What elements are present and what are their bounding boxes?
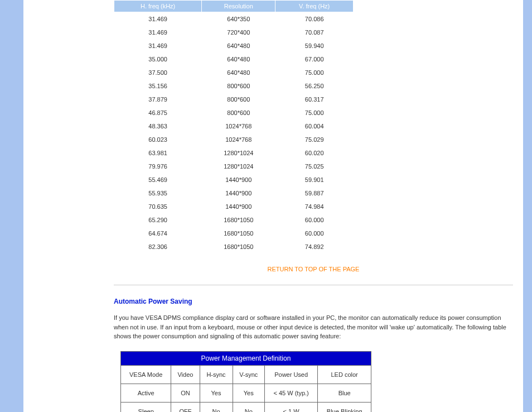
cell: 60.004	[275, 119, 354, 133]
table-row: 82.3061680*105074.892	[114, 240, 354, 253]
col-hsync: H-sync	[200, 365, 233, 384]
cell: 55.935	[114, 186, 202, 200]
table-row: 37.879800*60060.317	[114, 93, 354, 106]
frequency-table: H. freq (kHz) Resolution V. freq (Hz) 31…	[114, 0, 354, 253]
main-content: H. freq (kHz) Resolution V. freq (Hz) 31…	[30, 0, 523, 412]
cell: 67.000	[275, 52, 354, 66]
divider	[114, 285, 513, 285]
right-bar	[523, 0, 532, 412]
table-row: 31.469640*48059.940	[114, 39, 354, 52]
cell: 60.023	[114, 133, 202, 146]
cell: 60.020	[275, 146, 354, 160]
table-row: 65.2901680*105060.000	[114, 213, 354, 227]
cell: 800*600	[202, 79, 275, 93]
table-row: 37.500640*48075.000	[114, 66, 354, 79]
cell: 640*480	[202, 39, 275, 52]
cell: 59.887	[275, 186, 354, 200]
left-gap	[23, 0, 30, 412]
cell: < 1 W	[264, 402, 317, 412]
cell: 1280*1024	[202, 160, 275, 173]
cell: 640*480	[202, 66, 275, 79]
col-hfreq: H. freq (kHz)	[114, 1, 202, 12]
cell: Yes	[233, 384, 264, 402]
table-row: 79.9761280*102475.025	[114, 160, 354, 173]
table-row: 55.4691440*90059.901	[114, 173, 354, 186]
cell: 59.901	[275, 173, 354, 186]
col-vsync: V-sync	[233, 365, 264, 384]
power-title: Power Management Definition	[121, 351, 371, 365]
cell: 82.306	[114, 240, 202, 253]
cell: 1440*900	[202, 200, 275, 213]
table-row: 31.469720*40070.087	[114, 26, 354, 39]
section-body-aps: If you have VESA DPMS compliance display…	[114, 313, 513, 341]
cell: 640*350	[202, 12, 275, 26]
cell: 75.000	[275, 106, 354, 119]
cell: 1680*1050	[202, 213, 275, 227]
cell: 59.940	[275, 39, 354, 52]
cell: 60.000	[275, 213, 354, 227]
cell: < 45 W (typ.)	[264, 384, 317, 402]
cell: 79.976	[114, 160, 202, 173]
cell: 65.290	[114, 213, 202, 227]
cell: 1280*1024	[202, 146, 275, 160]
col-resolution: Resolution	[202, 1, 275, 12]
page-container: H. freq (kHz) Resolution V. freq (Hz) 31…	[0, 0, 532, 412]
return-top-link[interactable]: RETURN TO TOP OF THE PAGE	[114, 266, 513, 272]
cell: 48.363	[114, 119, 202, 133]
table-row: 31.469640*35070.086	[114, 12, 354, 26]
cell: 1440*900	[202, 173, 275, 186]
cell: 31.469	[114, 12, 202, 26]
cell: Blue Blinking	[318, 402, 371, 412]
cell: 56.250	[275, 79, 354, 93]
cell: Active	[121, 384, 171, 402]
cell: 70.086	[275, 12, 354, 26]
cell: 70.635	[114, 200, 202, 213]
cell: 63.981	[114, 146, 202, 160]
col-power: Power Used	[264, 365, 317, 384]
cell: 1024*768	[202, 133, 275, 146]
cell: 720*400	[202, 26, 275, 39]
cell: 640*480	[202, 52, 275, 66]
cell: 1440*900	[202, 186, 275, 200]
cell: 1680*1050	[202, 227, 275, 240]
cell: 55.469	[114, 173, 202, 186]
cell: 75.025	[275, 160, 354, 173]
cell: 46.875	[114, 106, 202, 119]
cell: 75.000	[275, 66, 354, 79]
cell: 35.000	[114, 52, 202, 66]
cell: 31.469	[114, 26, 202, 39]
power-table: Power Management Definition VESA Mode Vi…	[120, 351, 371, 413]
table-row: 63.9811280*102460.020	[114, 146, 354, 160]
table-row: 70.6351440*90074.984	[114, 200, 354, 213]
cell: Blue	[318, 384, 371, 402]
freq-header-row: H. freq (kHz) Resolution V. freq (Hz)	[114, 1, 354, 12]
left-bar	[0, 0, 23, 412]
cell: 37.500	[114, 66, 202, 79]
table-row: 35.156800*60056.250	[114, 79, 354, 93]
col-led: LED color	[318, 365, 371, 384]
cell: 60.317	[275, 93, 354, 106]
cell: OFF	[171, 402, 200, 412]
section-title-aps: Automatic Power Saving	[114, 298, 513, 305]
cell: 31.469	[114, 39, 202, 52]
cell: 60.000	[275, 227, 354, 240]
power-header-row: VESA Mode Video H-sync V-sync Power Used…	[121, 365, 371, 384]
cell: 35.156	[114, 79, 202, 93]
cell: Yes	[200, 384, 233, 402]
cell: 800*600	[202, 106, 275, 119]
cell: Sleep	[121, 402, 171, 412]
col-vesa: VESA Mode	[121, 365, 171, 384]
cell: No	[233, 402, 264, 412]
cell: 64.674	[114, 227, 202, 240]
table-row: 35.000640*48067.000	[114, 52, 354, 66]
cell: 74.984	[275, 200, 354, 213]
power-title-row: Power Management Definition	[121, 351, 371, 365]
col-vfreq: V. freq (Hz)	[275, 1, 354, 12]
table-row: 46.875800*60075.000	[114, 106, 354, 119]
cell: 74.892	[275, 240, 354, 253]
cell: 800*600	[202, 93, 275, 106]
cell: 37.879	[114, 93, 202, 106]
cell: 75.029	[275, 133, 354, 146]
cell: ON	[171, 384, 200, 402]
cell: 1024*768	[202, 119, 275, 133]
